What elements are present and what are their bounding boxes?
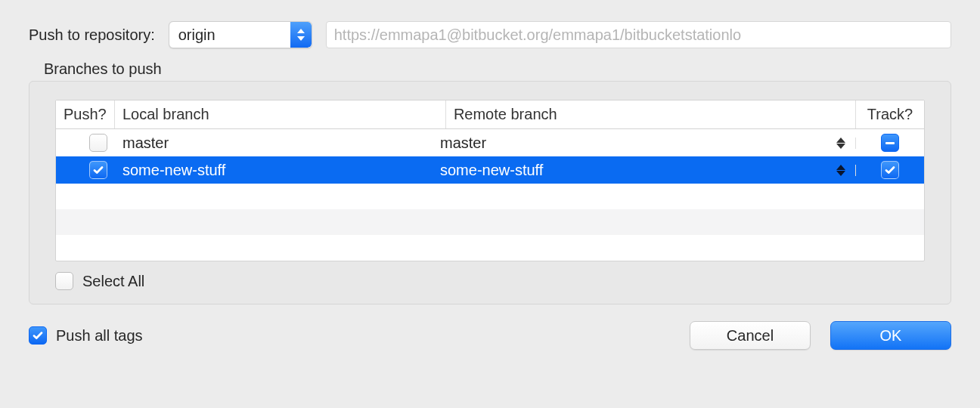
select-all-checkbox[interactable] [55, 272, 73, 290]
track-checkbox[interactable] [881, 161, 899, 179]
track-checkbox[interactable] [881, 134, 899, 152]
remote-branch-cell: master [440, 134, 486, 152]
stepper-icon[interactable] [836, 138, 845, 149]
column-header-track[interactable]: Track? [856, 100, 924, 128]
table-header: Push? Local branch Remote branch Track? [56, 100, 924, 129]
ok-button[interactable]: OK [830, 321, 951, 350]
local-branch-cell: master [122, 134, 169, 152]
dialog-footer: Push all tags Cancel OK [29, 304, 951, 350]
table-body: master master [56, 129, 924, 261]
push-tags-label: Push all tags [56, 327, 143, 345]
remote-url-value: https://emmapa1@bitbucket.org/emmapa1/bi… [334, 26, 741, 44]
remote-select[interactable]: origin [169, 21, 312, 48]
stepper-icon[interactable] [836, 165, 845, 176]
branches-group-label: Branches to push [44, 60, 951, 78]
remote-branch-cell: some-new-stuff [440, 162, 543, 179]
push-checkbox[interactable] [89, 161, 107, 179]
push-tags-row: Push all tags [29, 326, 143, 345]
empty-row [56, 184, 924, 209]
push-tags-checkbox[interactable] [29, 326, 47, 345]
select-all-row: Select All [55, 261, 925, 290]
select-all-label: Select All [82, 273, 144, 290]
repository-row: Push to repository: origin https://emmap… [29, 11, 951, 50]
empty-row [56, 235, 924, 261]
push-checkbox[interactable] [89, 134, 107, 152]
local-branch-cell: some-new-stuff [122, 162, 225, 179]
column-header-remote[interactable]: Remote branch [446, 100, 856, 128]
button-row: Cancel OK [690, 321, 951, 350]
push-to-label: Push to repository: [29, 26, 155, 44]
table-row[interactable]: master master [56, 129, 924, 156]
branches-group: Push? Local branch Remote branch Track? … [29, 81, 951, 304]
remote-select-value: origin [169, 23, 290, 47]
remote-url-field[interactable]: https://emmapa1@bitbucket.org/emmapa1/bi… [326, 21, 951, 48]
push-dialog: Push to repository: origin https://emmap… [0, 0, 980, 365]
table-row[interactable]: some-new-stuff some-new-stuff [56, 156, 924, 184]
cancel-button[interactable]: Cancel [690, 321, 811, 350]
empty-row [56, 209, 924, 235]
column-header-local[interactable]: Local branch [115, 100, 446, 128]
select-stepper-icon [290, 22, 312, 48]
column-header-push[interactable]: Push? [56, 100, 115, 128]
branches-table: Push? Local branch Remote branch Track? … [55, 100, 925, 261]
